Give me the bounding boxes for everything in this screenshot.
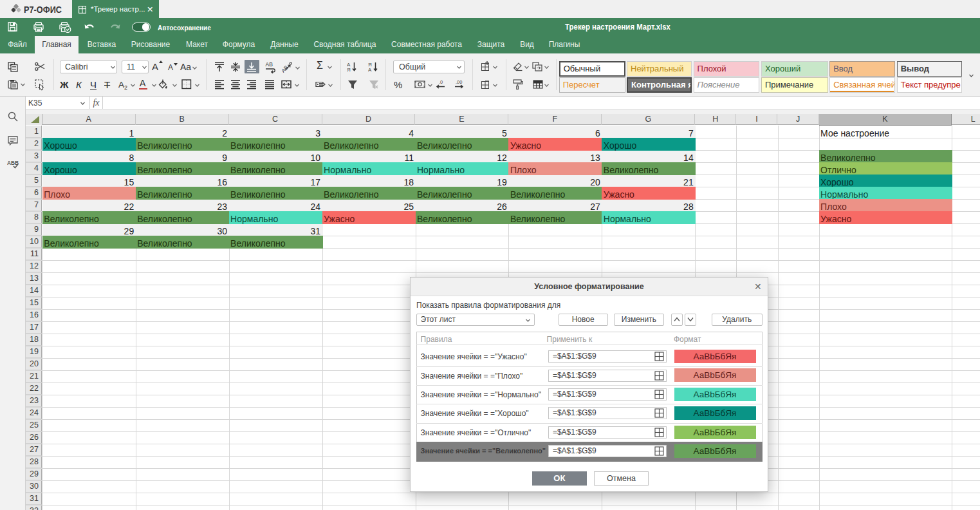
svg-text:А: А bbox=[368, 67, 372, 72]
svg-text:.00: .00 bbox=[456, 79, 462, 85]
svg-text:AB: AB bbox=[266, 61, 273, 68]
svg-text:.0: .0 bbox=[439, 79, 443, 85]
svg-text:Я: Я bbox=[347, 67, 351, 72]
